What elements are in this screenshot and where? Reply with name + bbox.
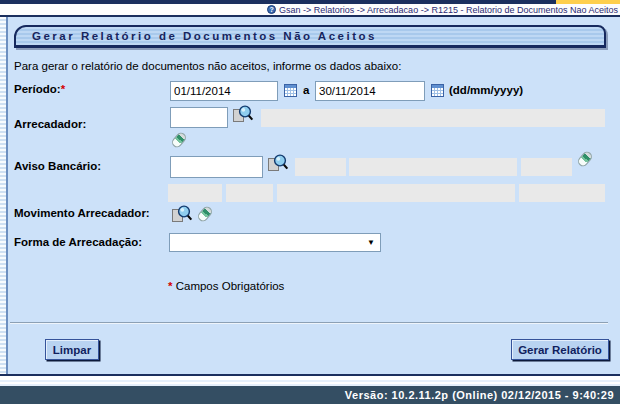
divider [10,322,608,324]
periodo-start-input[interactable] [170,81,278,101]
aviso-readonly-field [349,158,517,176]
forma-arrecadacao-label: Forma de Arrecadação: [14,236,142,248]
aviso-readonly-field [521,158,572,176]
eraser-icon[interactable] [195,206,215,224]
aviso-readonly-field [277,184,515,202]
search-icon[interactable] [171,204,193,225]
aviso-bancario-input[interactable] [170,156,263,178]
date-format-hint: (dd/mm/yyyy) [449,84,523,96]
arrecadador-input[interactable] [170,107,228,128]
periodo-end-input[interactable] [315,81,425,101]
calendar-icon[interactable] [284,84,297,97]
version-bar: Versão: 10.2.11.2p (Online) 02/12/2015 -… [0,386,620,404]
periodo-separator: a [303,84,309,96]
instruction-text: Para gerar o relatório de documentos não… [14,60,401,72]
form-panel: Gerar Relatório de Documentos Não Aceito… [0,17,620,376]
eraser-icon[interactable] [169,132,189,150]
left-stripe-decoration [0,17,8,374]
aviso-readonly-field [226,184,273,202]
arrecadador-description-field [261,109,605,127]
search-icon[interactable] [267,153,289,174]
gsan-window: ? Gsan -> Relatorios -> Arrecadacao -> R… [0,0,620,404]
aviso-readonly-field [168,184,222,202]
forma-arrecadacao-select[interactable]: ▼ [169,233,381,252]
bottom-stripe-decoration [0,378,620,386]
page-title: Gerar Relatório de Documentos Não Aceito… [14,25,606,48]
page-title-text: Gerar Relatório de Documentos Não Aceito… [32,30,377,42]
required-fields-note: * Campos Obrigatórios [168,280,284,292]
limpar-button[interactable]: Limpar [45,339,99,360]
aviso-readonly-field [295,158,346,176]
search-icon[interactable] [232,104,254,125]
gerar-relatorio-button[interactable]: Gerar Relatório [511,339,609,360]
calendar-icon[interactable] [431,84,444,97]
breadcrumb-bar: ? Gsan -> Relatorios -> Arrecadacao -> R… [0,4,620,15]
chevron-down-icon: ▼ [367,238,375,247]
aviso-readonly-field [519,184,605,202]
arrecadador-label: Arrecadador: [14,118,86,130]
breadcrumb: Gsan -> Relatorios -> Arrecadacao -> R12… [279,5,618,15]
eraser-icon[interactable] [575,151,595,169]
version-text: Versão: 10.2.11.2p (Online) 02/12/2015 -… [345,389,614,401]
periodo-label: Período:* [14,83,65,95]
aviso-bancario-label: Aviso Bancário: [14,160,101,172]
required-asterisk: * [61,83,65,95]
help-icon[interactable]: ? [267,5,276,14]
movimento-arrecadador-label: Movimento Arrecadador: [14,207,150,219]
